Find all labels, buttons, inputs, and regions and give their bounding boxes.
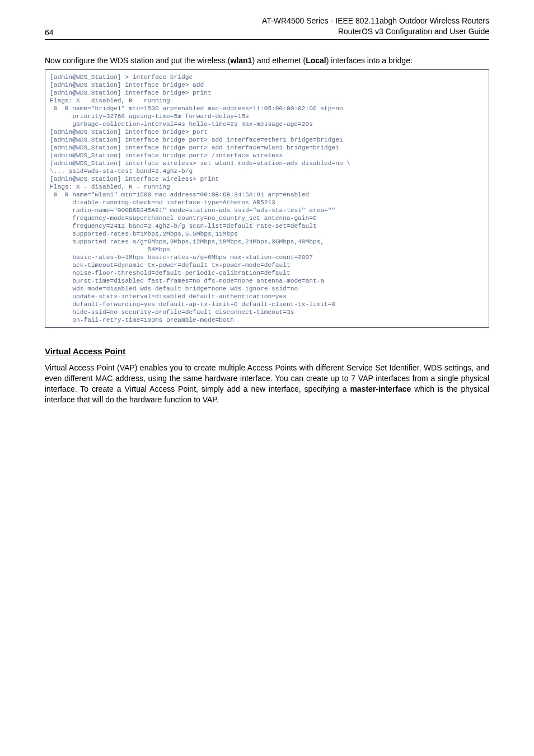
page-header: 64 AT-WR4500 Series - IEEE 802.11abgh Ou… [45, 0, 489, 37]
code-block: [admin@WDS_Station] > interface bridge [… [45, 69, 489, 328]
intro-text-mid: ) and ethernet ( [252, 56, 306, 65]
body-content: Now configure the WDS station and put th… [45, 55, 489, 405]
header-title-line1: AT-WR4500 Series - IEEE 802.11abgh Outdo… [262, 16, 489, 26]
vap-master-interface: master-interface [350, 384, 411, 393]
header-title-line2: RouterOS v3 Configuration and User Guide [262, 26, 489, 37]
page-container: 64 AT-WR4500 Series - IEEE 802.11abgh Ou… [0, 0, 534, 756]
header-divider [45, 39, 489, 40]
header-title-block: AT-WR4500 Series - IEEE 802.11abgh Outdo… [262, 16, 489, 37]
intro-local-label: Local [306, 56, 326, 65]
intro-wlan-label: wlan1 [231, 56, 252, 65]
vap-paragraph: Virtual Access Point (VAP) enables you t… [45, 363, 489, 405]
page-number: 64 [45, 28, 54, 37]
intro-text-post: ) interfaces into a bridge: [326, 56, 413, 65]
intro-text-pre: Now configure the WDS station and put th… [45, 56, 231, 65]
section-heading-vap: Virtual Access Point [45, 346, 489, 357]
intro-paragraph: Now configure the WDS station and put th… [45, 55, 489, 66]
